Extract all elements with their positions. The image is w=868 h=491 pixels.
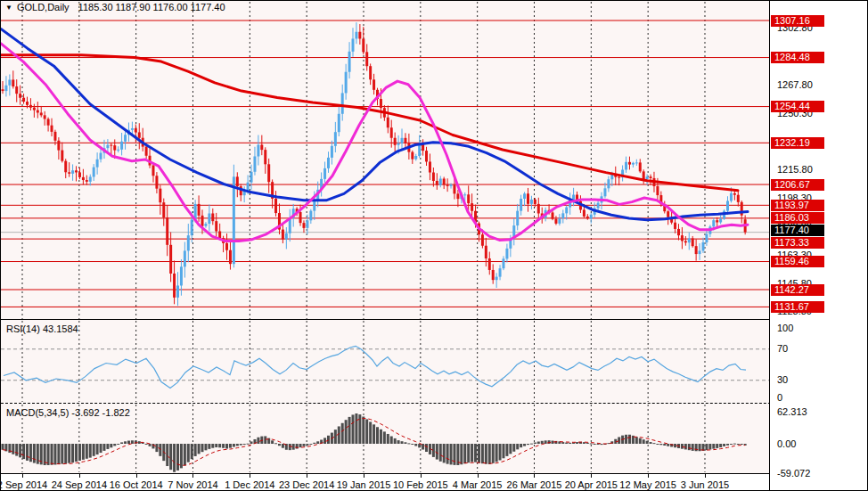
candlestick-chart[interactable] xyxy=(1,1,769,320)
candle-body xyxy=(552,212,554,218)
macd-histogram-bar xyxy=(656,444,659,445)
price-level-badge: 1232.19 xyxy=(771,137,824,149)
macd-histogram-bar xyxy=(12,444,14,454)
macd-histogram-bar xyxy=(594,444,596,445)
macd-histogram-bar xyxy=(61,444,63,464)
macd-histogram-bar xyxy=(436,444,438,460)
date-label: 16 Oct 2014 xyxy=(110,479,163,490)
macd-histogram-bar xyxy=(145,444,148,445)
candle-body xyxy=(387,118,389,128)
main-chart-panel[interactable]: ▼GOLD,Daily1185.30 1187.90 1176.00 1177.… xyxy=(1,1,769,320)
macd-histogram-bar xyxy=(730,444,733,445)
panel-separator[interactable] xyxy=(1,319,868,320)
symbol-dropdown-icon[interactable]: ▼ xyxy=(5,4,12,12)
macd-histogram-bar xyxy=(684,444,687,449)
macd-histogram-bar xyxy=(198,444,201,454)
panel-separator[interactable] xyxy=(1,403,868,404)
candle-body xyxy=(499,268,502,276)
macd-histogram-bar xyxy=(478,444,480,462)
candle-body xyxy=(15,86,18,94)
price-level-badge: 1307.16 xyxy=(771,15,824,27)
rsi-panel[interactable]: RSI(14) 43.1584 xyxy=(1,320,769,403)
date-tick xyxy=(22,474,23,478)
candle-body xyxy=(432,173,435,181)
candle-body xyxy=(198,204,201,216)
candle-body xyxy=(456,193,459,199)
candle-body xyxy=(692,239,694,247)
candle-body xyxy=(705,234,708,242)
macd-histogram-bar xyxy=(257,438,259,444)
date-label: 2 Sep 2014 xyxy=(0,479,47,490)
macd-histogram-bar xyxy=(463,444,466,463)
candle-body xyxy=(597,203,600,209)
macd-histogram-bar xyxy=(523,444,526,446)
macd-histogram-bar xyxy=(407,443,410,444)
macd-histogram-bar xyxy=(692,444,694,451)
macd-histogram-bar xyxy=(296,444,299,449)
candle-body xyxy=(61,151,63,161)
macd-histogram-bar xyxy=(425,444,428,452)
candle-body xyxy=(162,202,165,217)
candle-body xyxy=(51,126,53,132)
candle-body xyxy=(520,199,522,211)
candle-body xyxy=(618,177,620,178)
macd-histogram-bar xyxy=(394,438,397,444)
candle-body xyxy=(358,32,361,39)
macd-axis-label: 0.00 xyxy=(777,438,796,450)
macd-histogram-bar xyxy=(138,441,141,444)
candle-body xyxy=(267,164,270,182)
price-axis[interactable]: 1302.801267.801250.301215.801198.301180.… xyxy=(769,1,868,491)
candle-body xyxy=(603,188,606,196)
macd-histogram-bar xyxy=(509,444,512,454)
candle-body xyxy=(719,219,722,223)
macd-histogram-bar xyxy=(443,444,446,462)
macd-histogram-bar xyxy=(278,444,281,446)
candle-body xyxy=(373,79,375,90)
macd-histogram-bar xyxy=(404,442,406,444)
candle-body xyxy=(96,160,99,168)
date-axis[interactable]: 2 Sep 201424 Sep 201416 Oct 20147 Nov 20… xyxy=(1,473,769,491)
macd-histogram-bar xyxy=(418,444,421,447)
candle-body xyxy=(282,230,284,240)
candle-body xyxy=(485,246,487,258)
date-tick xyxy=(534,474,535,478)
candle-body xyxy=(135,128,137,132)
candle-body xyxy=(495,277,498,281)
candle-body xyxy=(12,79,14,86)
macd-histogram-bar xyxy=(100,444,102,453)
candle-body xyxy=(313,200,315,211)
macd-histogram-bar xyxy=(180,444,183,468)
macd-histogram-bar xyxy=(576,442,578,444)
candle-body xyxy=(656,186,659,195)
macd-histogram-bar xyxy=(299,444,302,447)
candle-body xyxy=(527,193,529,204)
candle-body xyxy=(64,161,67,173)
price-tick-label: 1215.80 xyxy=(777,164,813,176)
macd-panel[interactable]: MACD(5,34,5) -3.692 -1.822 xyxy=(1,404,769,473)
macd-histogram-bar xyxy=(348,417,351,444)
macd-histogram-bar xyxy=(117,444,119,445)
candle-body xyxy=(117,150,119,151)
date-label: 23 Dec 2014 xyxy=(279,479,334,490)
macd-histogram-bar xyxy=(527,444,529,445)
rsi-chart[interactable] xyxy=(1,320,769,403)
macd-histogram-bar xyxy=(667,444,669,446)
candle-body xyxy=(471,203,473,211)
candle-body xyxy=(730,193,733,201)
candle-body xyxy=(646,176,649,179)
candle-body xyxy=(2,89,4,91)
macd-histogram-bar xyxy=(71,444,74,462)
macd-histogram-bar xyxy=(191,444,193,459)
candle-body xyxy=(695,246,698,254)
macd-histogram-bar xyxy=(439,444,442,462)
candle-body xyxy=(677,229,680,235)
macd-histogram-bar xyxy=(271,440,274,444)
macd-histogram-bar xyxy=(93,444,95,456)
date-label: 3 Jun 2015 xyxy=(681,479,729,490)
macd-histogram-bar xyxy=(173,444,176,472)
candle-body xyxy=(674,223,676,229)
candle-body xyxy=(184,250,186,266)
candle-body xyxy=(78,172,81,176)
candle-body xyxy=(467,194,470,203)
macd-histogram-bar xyxy=(362,417,364,444)
